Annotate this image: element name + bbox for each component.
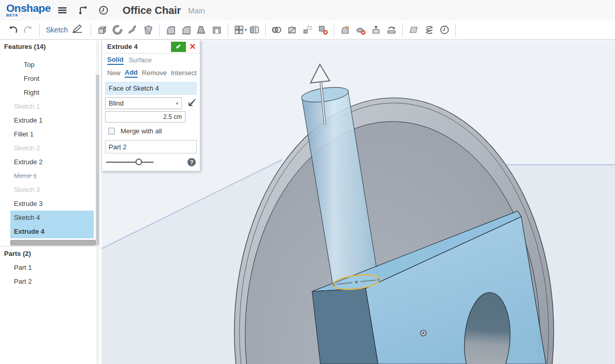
loft-icon[interactable]	[141, 22, 156, 38]
modify-fillet-icon[interactable]	[337, 22, 353, 38]
toolbar-separator	[334, 23, 334, 37]
sketch-point-marker[interactable]	[421, 331, 426, 336]
features-scrollbar[interactable]	[96, 40, 99, 246]
plane-icon[interactable]	[406, 22, 421, 38]
chamfer-icon[interactable]	[178, 22, 194, 38]
sketch-pencil-icon	[71, 23, 84, 37]
document-title[interactable]: Office Chair	[123, 5, 181, 16]
split-icon[interactable]	[284, 22, 300, 38]
op-add[interactable]: Add	[125, 68, 138, 78]
revolve-icon[interactable]	[110, 22, 125, 38]
history-clock-icon[interactable]	[98, 5, 109, 16]
shell-icon[interactable]	[209, 22, 225, 38]
features-panel-title: Features (14)	[0, 40, 101, 54]
depth-input[interactable]: 2.5 cm	[105, 111, 185, 123]
feature-list-panel: Features (14) Top Front Right Sketch 1 E…	[0, 40, 101, 364]
op-remove[interactable]: Remove	[142, 69, 166, 77]
end-condition-row: Blind ▾	[105, 97, 197, 109]
draft-icon[interactable]	[194, 22, 209, 38]
cancel-button[interactable]: ✕	[188, 42, 197, 52]
delete-face-icon[interactable]	[353, 22, 368, 38]
toolbar-separator	[159, 23, 160, 37]
opacity-slider-row: ?	[105, 158, 197, 167]
features-scrollbar-thumb[interactable]	[96, 75, 99, 246]
feature-item-mirror1[interactable]: Mirror 1	[10, 169, 94, 183]
toolbar-separator	[228, 23, 228, 37]
sketch-center-point[interactable]	[355, 281, 358, 284]
sweep-icon[interactable]	[125, 22, 141, 38]
tab-surface[interactable]: Surface	[129, 56, 152, 64]
feature-item-sketch1[interactable]: Sketch 1	[10, 99, 94, 113]
onshape-app: Onshape BETA Office Chair Main Sketch	[0, 0, 615, 364]
toolbar-separator	[39, 23, 40, 37]
feature-item-fillet1[interactable]: Fillet 1	[10, 127, 94, 141]
undo-icon[interactable]	[5, 22, 21, 38]
opacity-slider[interactable]	[106, 162, 153, 163]
feature-item-front[interactable]: Front	[10, 72, 94, 85]
extrude-dialog: Extrude 4 ✔ ✕ Solid Surface New Add Remo…	[101, 40, 200, 171]
merge-checkbox-label: Merge with all	[121, 127, 162, 135]
panel-divider	[0, 246, 101, 247]
dialog-title: Extrude 4	[102, 43, 138, 50]
feature-item-extrude4[interactable]: Extrude 4	[10, 224, 94, 238]
workspace-name[interactable]: Main	[188, 6, 205, 15]
boolean-operations: New Add Remove Intersect	[102, 67, 200, 79]
logo-beta-text: BETA	[6, 13, 47, 18]
end-condition-value: Blind	[109, 99, 124, 107]
feature-toolbar: Sketch	[0, 21, 615, 40]
parts-scrollbar[interactable]	[96, 247, 99, 364]
app-header: Onshape BETA Office Chair Main	[0, 0, 615, 21]
opacity-slider-thumb[interactable]	[135, 159, 142, 165]
toolbar-separator	[455, 23, 456, 37]
feature-item-right[interactable]: Right	[10, 85, 94, 99]
op-intersect[interactable]: Intersect	[171, 69, 197, 77]
toolbar-separator	[265, 23, 266, 37]
dialog-header: Extrude 4 ✔ ✕	[102, 40, 200, 54]
merge-scope-box[interactable]: Part 2	[105, 140, 197, 153]
merge-with-all-row[interactable]: Merge with all	[108, 127, 197, 135]
flip-direction-icon[interactable]	[185, 98, 197, 109]
faces-selection-box[interactable]: Face of Sketch 4	[105, 82, 197, 95]
type-tabs: Solid Surface	[102, 54, 200, 67]
boolean-icon[interactable]	[269, 22, 284, 38]
op-new[interactable]: New	[107, 69, 121, 77]
redo-icon[interactable]	[21, 22, 36, 38]
feature-item-sketch3[interactable]: Sketch 3	[10, 183, 94, 197]
rollback-bar[interactable]	[10, 240, 96, 246]
delete-part-icon[interactable]	[315, 22, 331, 38]
logo-text: Onshape	[6, 3, 47, 13]
accept-button[interactable]: ✔	[171, 42, 186, 52]
feature-item-top[interactable]: Top	[10, 58, 94, 72]
dropdown-caret-icon: ▾	[176, 101, 178, 106]
toolbar-separator	[402, 23, 403, 37]
sketch-button-label: Sketch	[46, 26, 68, 34]
extrude-icon[interactable]	[94, 22, 110, 38]
feature-item-sketch4[interactable]: Sketch 4	[10, 211, 94, 224]
helix-icon[interactable]	[421, 22, 437, 38]
rollback-history-icon[interactable]	[437, 22, 452, 38]
move-face-icon[interactable]	[368, 22, 384, 38]
replace-face-icon[interactable]	[384, 22, 399, 38]
sketch-handle[interactable]	[333, 284, 335, 286]
parts-list: Parts (2) Part 1 Part 2	[0, 247, 101, 288]
merge-checkbox[interactable]	[108, 128, 115, 134]
fillet-icon[interactable]	[163, 22, 178, 38]
feature-item-extrude1[interactable]: Extrude 1	[10, 113, 94, 127]
parts-panel-title: Parts (2)	[0, 247, 101, 261]
toolbar-separator	[91, 23, 91, 37]
part-item-2[interactable]: Part 2	[10, 274, 94, 288]
feature-item-sketch2[interactable]: Sketch 2	[10, 141, 94, 155]
sketch-handle[interactable]	[377, 279, 380, 281]
feature-item-extrude3[interactable]: Extrude 3	[10, 197, 94, 211]
mirror-icon[interactable]	[247, 22, 262, 38]
sketch-button[interactable]: Sketch	[43, 23, 88, 37]
part-item-1[interactable]: Part 1	[10, 261, 94, 274]
feature-item-extrude2[interactable]: Extrude 2	[10, 155, 94, 169]
transform-icon[interactable]	[300, 22, 315, 38]
end-condition-dropdown[interactable]: Blind ▾	[105, 97, 182, 109]
onshape-logo[interactable]: Onshape BETA	[6, 3, 47, 18]
help-icon[interactable]: ?	[187, 158, 196, 166]
versions-branch-icon[interactable]	[77, 5, 89, 16]
tab-solid[interactable]: Solid	[107, 56, 124, 65]
main-menu-icon[interactable]	[57, 5, 68, 16]
